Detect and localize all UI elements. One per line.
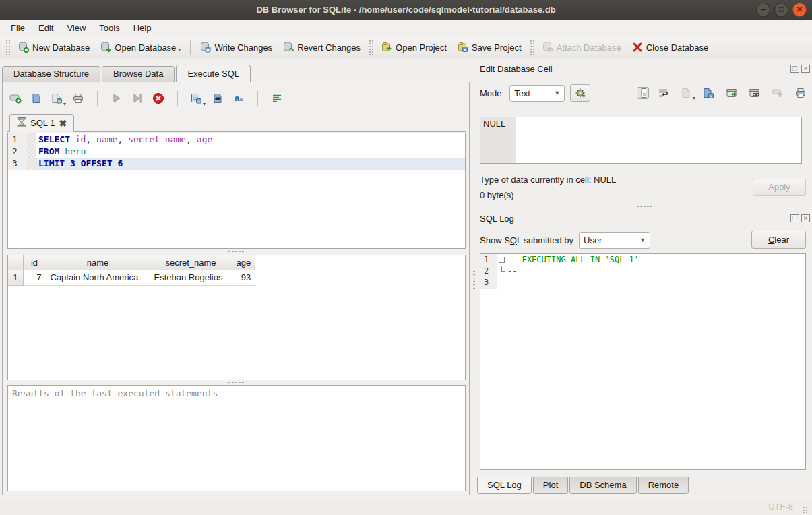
open-sql-file-icon[interactable] bbox=[30, 92, 42, 104]
column-header-id[interactable]: id bbox=[23, 255, 46, 270]
toolbar-drag-handle[interactable] bbox=[369, 40, 373, 55]
tab-database-structure[interactable]: Database Structure bbox=[2, 66, 100, 82]
log-line: 3 bbox=[480, 277, 805, 289]
find-replace-icon[interactable] bbox=[212, 92, 224, 104]
attach-database-button: Attach Database bbox=[537, 39, 627, 55]
open-tab-icon[interactable] bbox=[9, 92, 22, 104]
stop-icon[interactable] bbox=[152, 92, 164, 104]
database-open-icon bbox=[100, 42, 111, 53]
close-panel-icon[interactable]: ✕ bbox=[801, 214, 810, 222]
editor-grid-splitter[interactable] bbox=[7, 249, 466, 254]
open-database-dropdown-arrow[interactable]: ▾ bbox=[178, 47, 181, 53]
cell-id[interactable]: 7 bbox=[23, 270, 46, 285]
close-button[interactable]: ✕ bbox=[792, 3, 807, 17]
toolbar-drag-handle[interactable] bbox=[530, 40, 534, 55]
tab-execute-sql[interactable]: Execute SQL bbox=[176, 65, 251, 82]
submitted-by-combobox[interactable]: User ▼ bbox=[579, 232, 650, 249]
chevron-down-icon: ▼ bbox=[639, 237, 646, 243]
auto-format-icon[interactable]: aa bbox=[232, 92, 245, 104]
dock-tab-plot[interactable]: Plot bbox=[533, 477, 568, 494]
sql-code-editor[interactable]: 1SELECT id, name, secret_name, age2FROM … bbox=[7, 133, 466, 249]
print-icon[interactable] bbox=[794, 87, 807, 99]
cell-age[interactable]: 93 bbox=[232, 270, 255, 285]
right-dock: Edit Database Cell ❐ ✕ Mode: Text ▼ ▾ bbox=[477, 59, 812, 499]
float-panel-icon[interactable]: ❐ bbox=[790, 214, 799, 222]
open-project-button[interactable]: Open Project bbox=[376, 39, 452, 55]
close-database-button[interactable]: Close Database bbox=[627, 39, 714, 55]
column-header-name[interactable]: name bbox=[46, 255, 150, 270]
close-tab-icon[interactable]: ✖ bbox=[59, 118, 67, 129]
save-results-icon[interactable]: ▾ bbox=[191, 92, 203, 104]
row-number[interactable]: 1 bbox=[8, 270, 23, 285]
print-icon[interactable] bbox=[72, 92, 84, 104]
code-line[interactable]: 2FROM hero bbox=[8, 146, 465, 158]
save-sql-dropdown-arrow[interactable]: ▾ bbox=[63, 101, 66, 107]
menu-file[interactable]: File bbox=[4, 21, 32, 35]
menu-help[interactable]: Help bbox=[127, 21, 158, 35]
menu-tools[interactable]: Tools bbox=[92, 21, 126, 35]
corner-header[interactable] bbox=[8, 255, 23, 270]
log-filter-label: Show SQL submitted by bbox=[480, 235, 573, 245]
float-panel-icon[interactable]: ❐ bbox=[790, 65, 799, 73]
new-database-button[interactable]: New Database bbox=[13, 39, 95, 55]
title-bar: DB Browser for SQLite - /home/user/code/… bbox=[0, 0, 812, 20]
dock-tab-remote[interactable]: Remote bbox=[638, 477, 689, 494]
cell-name[interactable]: Captain North America bbox=[46, 270, 150, 285]
encoding-indicator[interactable]: UTF-8 bbox=[768, 502, 793, 512]
sql-1-tab[interactable]: SQL 1 ✖ bbox=[9, 114, 74, 132]
word-wrap-icon[interactable] bbox=[657, 87, 669, 99]
save-results-dropdown-arrow[interactable]: ▾ bbox=[203, 101, 206, 107]
sql-log-view[interactable]: 1 − -- EXECUTING ALL IN 'SQL 1' 2 -- 3 bbox=[480, 253, 806, 470]
cell-editor[interactable]: NULL bbox=[480, 117, 802, 164]
link-icon[interactable] bbox=[749, 87, 761, 99]
revert-changes-button[interactable]: Revert Changes bbox=[278, 39, 366, 55]
tab-browse-data[interactable]: Browse Data bbox=[102, 66, 175, 82]
save-sql-file-icon[interactable]: ▾ bbox=[51, 92, 63, 104]
edit-cell-toolbar: ▾ bbox=[639, 84, 807, 102]
toolbar-drag-handle[interactable] bbox=[5, 40, 10, 55]
text-mode-icon[interactable] bbox=[637, 87, 649, 99]
save-project-button[interactable]: Save Project bbox=[452, 39, 527, 55]
dock-tab-db-schema[interactable]: DB Schema bbox=[569, 477, 636, 494]
word-wrap-icon[interactable] bbox=[271, 92, 283, 104]
maximize-button[interactable]: □ bbox=[774, 3, 788, 17]
close-database-icon bbox=[632, 42, 643, 53]
sql-tab-bar: SQL 1 ✖ bbox=[7, 113, 466, 132]
close-panel-icon[interactable]: ✕ bbox=[801, 65, 810, 73]
cell-size-info: 0 byte(s) bbox=[480, 190, 514, 200]
database-write-icon bbox=[200, 42, 211, 53]
menu-view[interactable]: View bbox=[60, 21, 92, 35]
open-external-icon[interactable] bbox=[726, 87, 738, 99]
sql-log-title: SQL Log bbox=[480, 214, 788, 224]
mode-combobox[interactable]: Text ▼ bbox=[509, 85, 565, 102]
dock-splitter[interactable] bbox=[477, 204, 812, 209]
open-database-button[interactable]: Open Database ▾ bbox=[95, 39, 186, 55]
project-save-icon bbox=[458, 42, 468, 53]
apply-button: Apply bbox=[753, 179, 806, 196]
database-attach-icon bbox=[542, 42, 553, 53]
editor-toolbar-separator bbox=[177, 91, 178, 106]
code-line[interactable]: 3LIMIT 3 OFFSET 6 bbox=[8, 158, 465, 170]
clear-button[interactable]: Clear bbox=[751, 231, 806, 249]
grid-results-splitter[interactable] bbox=[7, 380, 466, 385]
column-header-age[interactable]: age bbox=[232, 255, 255, 270]
dock-tab-bar: SQL Log Plot DB Schema Remote bbox=[477, 477, 690, 494]
log-line: 2 -- bbox=[480, 266, 805, 277]
export-save-icon[interactable] bbox=[703, 87, 715, 99]
cell-type-info: Type of data currently in cell: NULL bbox=[480, 175, 616, 185]
column-header-secret-name[interactable]: secret_name bbox=[150, 255, 232, 270]
fold-marker-icon[interactable]: − bbox=[499, 257, 505, 263]
cell-secret-name[interactable]: Esteban Rogelios bbox=[150, 270, 232, 285]
chevron-down-icon: ▼ bbox=[554, 90, 560, 96]
resize-grip[interactable] bbox=[803, 506, 809, 513]
mode-gear-button[interactable] bbox=[570, 84, 590, 102]
project-open-icon bbox=[381, 42, 392, 53]
dock-tab-sql-log[interactable]: SQL Log bbox=[477, 477, 532, 494]
panel-splitter[interactable] bbox=[471, 62, 476, 495]
execute-current-line-icon bbox=[131, 92, 144, 104]
write-changes-button[interactable]: Write Changes bbox=[195, 39, 278, 55]
mode-label: Mode: bbox=[480, 88, 504, 98]
code-line[interactable]: 1SELECT id, name, secret_name, age bbox=[8, 133, 465, 146]
menu-edit[interactable]: Edit bbox=[32, 21, 60, 35]
minimize-button[interactable]: – bbox=[756, 3, 770, 17]
